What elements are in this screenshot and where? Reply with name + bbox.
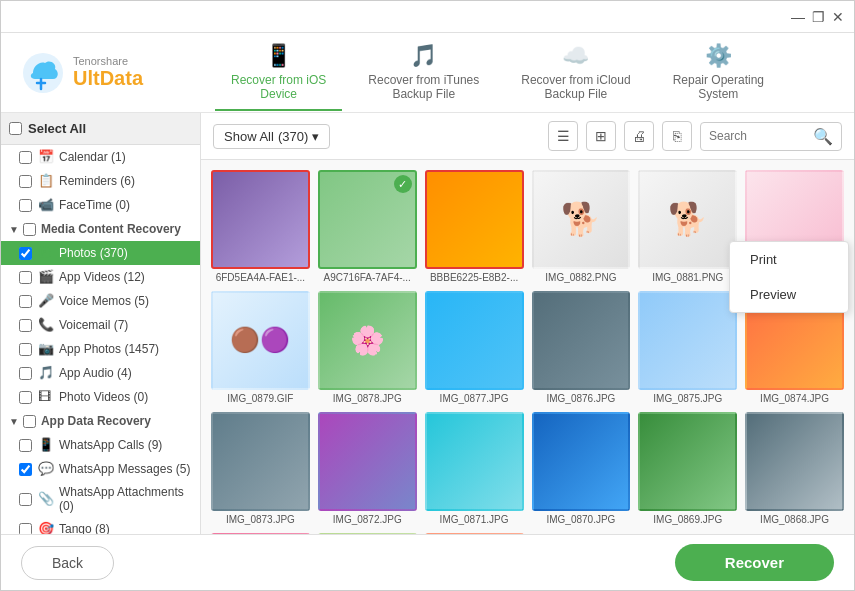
logo: Tenorshare UltData xyxy=(21,51,161,95)
maximize-button[interactable]: ❐ xyxy=(810,9,826,25)
content: Select All 📅 Calendar (1) 📋 Reminders (6… xyxy=(1,113,854,534)
voice-memos-checkbox[interactable] xyxy=(19,295,32,308)
photo-item[interactable]: 6FD5EA4A-FAE1-... xyxy=(211,170,310,283)
context-menu-preview[interactable]: Preview xyxy=(730,277,848,312)
sidebar-item-photos[interactable]: 🖼 Photos (370) xyxy=(1,241,200,265)
photo-item[interactable]: IMG_0867.JPG xyxy=(211,533,310,534)
sidebar-item-app-photos[interactable]: 📷 App Photos (1457) xyxy=(1,337,200,361)
app-photos-label: App Photos (1457) xyxy=(59,342,192,356)
sidebar-item-reminders[interactable]: 📋 Reminders (6) xyxy=(1,169,200,193)
photo-name: IMG_0869.JPG xyxy=(638,514,737,525)
photo-item[interactable]: 🐕 IMG_0881.PNG xyxy=(638,170,737,283)
calendar-checkbox[interactable] xyxy=(19,151,32,164)
photo-thumb xyxy=(638,291,737,390)
nav-tabs: 📱 Recover from iOSDevice 🎵 Recover from … xyxy=(161,35,834,111)
photo-item[interactable]: 🟤🟣 IMG_0879.GIF xyxy=(211,291,310,404)
facetime-icon: 📹 xyxy=(38,197,54,213)
view-grid-button[interactable]: ⊞ xyxy=(586,121,616,151)
show-all-button[interactable]: Show All (370) ▾ xyxy=(213,124,330,149)
back-button[interactable]: Back xyxy=(21,546,114,580)
photo-thumb: 🟤🟣 xyxy=(211,291,310,390)
photo-item[interactable]: IMG_0870.JPG xyxy=(532,412,631,525)
photo-videos-checkbox[interactable] xyxy=(19,391,32,404)
sidebar-item-app-audio[interactable]: 🎵 App Audio (4) xyxy=(1,361,200,385)
sidebar-item-tango[interactable]: 🎯 Tango (8) xyxy=(1,517,200,534)
photo-item[interactable]: IMG_0875.JPG xyxy=(638,291,737,404)
photo-item[interactable]: IMG_0876.JPG xyxy=(532,291,631,404)
photo-item[interactable]: IMG_0877.JPG xyxy=(425,291,524,404)
photo-item[interactable]: IMG_0871.JPG xyxy=(425,412,524,525)
whatsapp-attachments-checkbox[interactable] xyxy=(19,493,32,506)
sidebar-item-app-videos[interactable]: 🎬 App Videos (12) xyxy=(1,265,200,289)
app-videos-checkbox[interactable] xyxy=(19,271,32,284)
photo-item[interactable]: IMG_0866.JPG xyxy=(318,533,417,534)
select-all-item[interactable]: Select All xyxy=(1,113,200,145)
repair-icon: ⚙️ xyxy=(705,43,732,69)
photo-item[interactable]: IMG_0865.JPG xyxy=(425,533,524,534)
app-photos-checkbox[interactable] xyxy=(19,343,32,356)
tab-ios[interactable]: 📱 Recover from iOSDevice xyxy=(215,35,342,111)
media-group-checkbox[interactable] xyxy=(23,223,36,236)
sidebar-item-facetime[interactable]: 📹 FaceTime (0) xyxy=(1,193,200,217)
photos-checkbox[interactable] xyxy=(19,247,32,260)
voicemail-checkbox[interactable] xyxy=(19,319,32,332)
photo-item[interactable]: IMG_0869.JPG xyxy=(638,412,737,525)
sidebar-item-calendar[interactable]: 📅 Calendar (1) xyxy=(1,145,200,169)
reminders-checkbox[interactable] xyxy=(19,175,32,188)
select-all-checkbox[interactable] xyxy=(9,122,22,135)
photo-name: 6FD5EA4A-FAE1-... xyxy=(211,272,310,283)
itunes-icon: 🎵 xyxy=(410,43,437,69)
media-content-recovery-group[interactable]: ▼ Media Content Recovery xyxy=(1,217,200,241)
tab-repair[interactable]: ⚙️ Repair OperatingSystem xyxy=(657,35,780,111)
facetime-checkbox[interactable] xyxy=(19,199,32,212)
tab-icloud[interactable]: ☁️ Recover from iCloudBackup File xyxy=(505,35,646,111)
show-count-label: (370) xyxy=(278,129,308,144)
photo-thumb: 🌸 xyxy=(318,291,417,390)
photo-item[interactable]: IMG_0872.JPG xyxy=(318,412,417,525)
tango-checkbox[interactable] xyxy=(19,523,32,535)
photo-name: IMG_0882.PNG xyxy=(532,272,631,283)
whatsapp-calls-checkbox[interactable] xyxy=(19,439,32,452)
print-button[interactable]: 🖨 xyxy=(624,121,654,151)
sidebar-item-whatsapp-attachments[interactable]: 📎 WhatsApp Attachments (0) xyxy=(1,481,200,517)
photo-item[interactable]: ✓ A9C716FA-7AF4-... xyxy=(318,170,417,283)
export-button[interactable]: ⎘ xyxy=(662,121,692,151)
close-button[interactable]: ✕ xyxy=(830,9,846,25)
photo-item[interactable]: IMG_0868.JPG xyxy=(745,412,844,525)
photo-item[interactable]: BBBE6225-E8B2-... xyxy=(425,170,524,283)
app-data-recovery-group[interactable]: ▼ App Data Recovery xyxy=(1,409,200,433)
photo-name: IMG_0877.JPG xyxy=(425,393,524,404)
toolbar: Show All (370) ▾ ☰ ⊞ 🖨 ⎘ 🔍 xyxy=(201,113,854,160)
context-menu-print[interactable]: Print xyxy=(730,242,848,277)
photo-videos-icon: 🎞 xyxy=(38,389,54,405)
photo-check-mark: ✓ xyxy=(394,175,412,193)
search-input[interactable] xyxy=(709,129,809,143)
photo-thumb xyxy=(211,533,310,534)
photo-item[interactable]: IMG_0873.JPG xyxy=(211,412,310,525)
tab-ios-label: Recover from iOSDevice xyxy=(231,73,326,101)
photo-name: IMG_0873.JPG xyxy=(211,514,310,525)
recover-button[interactable]: Recover xyxy=(675,544,834,581)
photo-thumb: 🐕 xyxy=(532,170,631,269)
whatsapp-messages-checkbox[interactable] xyxy=(19,463,32,476)
sidebar: Select All 📅 Calendar (1) 📋 Reminders (6… xyxy=(1,113,201,534)
minimize-button[interactable]: — xyxy=(790,9,806,25)
sidebar-item-photo-videos[interactable]: 🎞 Photo Videos (0) xyxy=(1,385,200,409)
tab-itunes[interactable]: 🎵 Recover from iTunesBackup File xyxy=(352,35,495,111)
sidebar-item-whatsapp-calls[interactable]: 📱 WhatsApp Calls (9) xyxy=(1,433,200,457)
footer: Back Recover xyxy=(1,534,854,590)
app-audio-checkbox[interactable] xyxy=(19,367,32,380)
show-all-label: Show All xyxy=(224,129,274,144)
view-list-button[interactable]: ☰ xyxy=(548,121,578,151)
photo-name: IMG_0876.JPG xyxy=(532,393,631,404)
sidebar-item-voice-memos[interactable]: 🎤 Voice Memos (5) xyxy=(1,289,200,313)
sidebar-item-voicemail[interactable]: 📞 Voicemail (7) xyxy=(1,313,200,337)
voice-memos-icon: 🎤 xyxy=(38,293,54,309)
photo-item[interactable]: 🐕 IMG_0882.PNG xyxy=(532,170,631,283)
context-menu: Print Preview xyxy=(729,241,849,313)
photo-item[interactable]: 🌸 IMG_0878.JPG xyxy=(318,291,417,404)
photo-grid: 6FD5EA4A-FAE1-... ✓ A9C716FA-7AF4-... BB… xyxy=(201,160,854,534)
main-panel: Show All (370) ▾ ☰ ⊞ 🖨 ⎘ 🔍 xyxy=(201,113,854,534)
sidebar-item-whatsapp-messages[interactable]: 💬 WhatsApp Messages (5) xyxy=(1,457,200,481)
app-data-group-checkbox[interactable] xyxy=(23,415,36,428)
